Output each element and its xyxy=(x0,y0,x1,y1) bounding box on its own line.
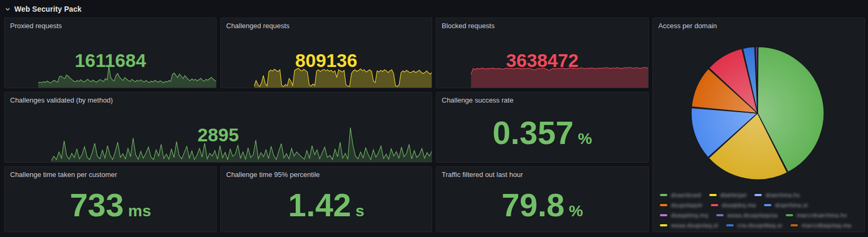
pie-legend: dnaerbcwddtatrknjwldraerhma.hvdsupvlaqvt… xyxy=(660,191,861,229)
panel-title[interactable]: Blocked requests xyxy=(436,18,648,30)
panel-challenge-success-rate: Challenge success rate 0.357 % xyxy=(436,92,649,163)
legend-swatch xyxy=(709,194,717,196)
panel-title[interactable]: Challenge success rate xyxy=(436,92,648,105)
sparkline xyxy=(436,62,649,88)
legend-row: dnaerbcwddtatrknjwldraerhma.hv xyxy=(660,191,861,199)
legend-row: dsupvlaqvtrdsaqtdrq.madraerhma.sl xyxy=(660,201,861,209)
stat-unit: s xyxy=(356,202,365,220)
stat-unit: % xyxy=(578,130,592,148)
legend-label: dsaqatmq.mq xyxy=(671,212,708,218)
panel-access-per-domain: Access per domain dnaerbcwddtatrknjwldra… xyxy=(652,18,865,232)
panel-traffic-filtered: Traffic filtered out last hour 79.8 % xyxy=(436,166,649,232)
legend-label: dsaqtdrq.ma xyxy=(722,202,756,208)
legend-item[interactable]: dsaqtdrq.ma xyxy=(711,202,756,208)
legend-swatch xyxy=(660,204,667,206)
chevron-down-icon[interactable] xyxy=(5,6,11,12)
legend-label: dnaerbcwd xyxy=(671,192,701,198)
panel-proxied-requests: Proxied requests 1611684 xyxy=(4,18,217,88)
panel-blocked-requests: Blocked requests 3638472 xyxy=(436,18,649,88)
legend-swatch xyxy=(764,204,771,206)
sparkline xyxy=(4,126,432,163)
legend-swatch xyxy=(786,214,793,216)
legend-label: dtatrknjwl xyxy=(720,192,746,198)
legend-item[interactable]: dnaerbcwd xyxy=(660,192,701,198)
stat-unit: ms xyxy=(128,202,151,220)
pie-chart xyxy=(653,32,864,187)
panel-title[interactable]: Traffic filtered out last hour xyxy=(436,167,648,179)
legend-item[interactable]: marcrdtaqvtaq.ma xyxy=(790,222,851,228)
panel-title[interactable]: Proxied requests xyxy=(5,18,216,30)
stat-unit: % xyxy=(569,202,583,220)
legend-swatch xyxy=(711,204,718,206)
legend-item[interactable]: draerhma.sl xyxy=(764,202,807,208)
legend-label: dsupvlaqvtr xyxy=(671,202,703,208)
sparkline xyxy=(4,62,217,88)
legend-label: crw.dsuqrdtaq.sr xyxy=(737,222,783,228)
legend-swatch xyxy=(726,224,734,226)
panel-challenges-validated: Challenges validated (by method) 2895 xyxy=(4,92,432,163)
sparkline xyxy=(220,62,432,88)
legend-swatch xyxy=(790,224,798,226)
legend-item[interactable]: marcrdraerhma.hv xyxy=(786,212,847,218)
legend-label: draerhma.hv xyxy=(766,192,800,198)
stat-value: 0.357 xyxy=(493,117,574,149)
legend-item[interactable]: dsupvlaqvtr xyxy=(660,202,703,208)
panel-title[interactable]: Challenge time 95% percentile xyxy=(221,167,432,179)
panel-title[interactable]: Challenges validated (by method) xyxy=(5,92,432,105)
legend-item[interactable]: dsaqatmq.mq xyxy=(660,212,708,218)
legend-label: draerhma.sl xyxy=(775,202,807,208)
legend-item[interactable]: draerhma.hv xyxy=(754,192,800,198)
stat-value: 1.42 xyxy=(288,189,351,222)
panel-title[interactable]: Challenge time taken per customer xyxy=(5,167,216,179)
panel-title[interactable]: Challenged requests xyxy=(221,18,432,30)
legend-item[interactable]: crw.dsuqrdtaq.sr xyxy=(726,222,783,228)
panel-challenge-time-per-customer: Challenge time taken per customer 733 ms xyxy=(4,166,217,232)
legend-label: marcrdraerhma.hv xyxy=(797,212,847,218)
legend-row: wsaa.dsupvlaq.slcrw.dsuqrdtaq.srmarcrdta… xyxy=(660,221,861,229)
stat-value: 733 xyxy=(70,189,124,222)
row-title: Web Security Pack xyxy=(14,5,82,13)
panel-title[interactable]: Access per domain xyxy=(653,18,864,30)
legend-label: marcrdtaqvtaq.ma xyxy=(802,222,851,228)
stat-value: 79.8 xyxy=(502,189,565,222)
legend-swatch xyxy=(660,224,667,226)
panel-challenged-requests: Challenged requests 809136 xyxy=(220,18,432,88)
legend-swatch xyxy=(660,194,667,196)
panel-challenge-time-p95: Challenge time 95% percentile 1.42 s xyxy=(220,166,432,232)
legend-item[interactable]: dtatrknjwl xyxy=(709,192,746,198)
legend-label: wsaa.dsupvlaq.sl xyxy=(671,222,718,228)
legend-swatch xyxy=(716,214,724,216)
legend-label: wsaa.dsuqvlaqvsa xyxy=(727,212,778,218)
legend-row: dsaqatmq.mqwsaa.dsuqvlaqvsamarcrdraerhma… xyxy=(660,211,861,219)
legend-swatch xyxy=(660,214,667,216)
legend-swatch xyxy=(754,194,762,196)
legend-item[interactable]: wsaa.dsupvlaq.sl xyxy=(660,222,718,228)
legend-item[interactable]: wsaa.dsuqvlaqvsa xyxy=(716,212,778,218)
dashboard-row-toggle[interactable]: Web Security Pack xyxy=(5,4,82,14)
dashboard-grid: Proxied requests 1611684 Challenged requ… xyxy=(4,18,865,232)
